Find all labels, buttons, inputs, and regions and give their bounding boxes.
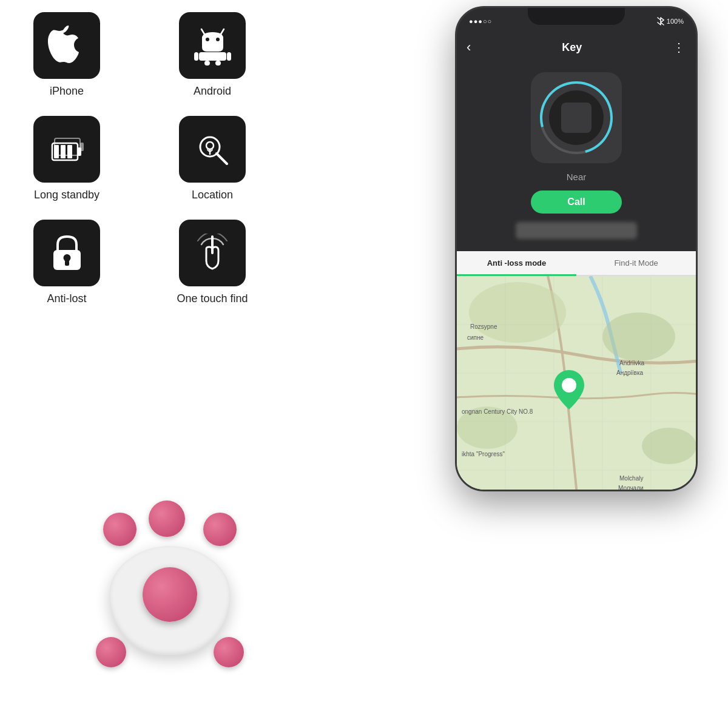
device-container	[61, 510, 279, 716]
toe-pad-lower-right	[214, 637, 244, 667]
map-label-molchaly-ua: Молчали	[618, 485, 644, 491]
svg-point-20	[206, 142, 214, 149]
phone-frame: ●●●○○ BELL 100% ‹ Key ⋮	[455, 6, 698, 491]
tabs-bar: Anti -loss mode Find-it Mode	[457, 251, 696, 276]
feature-touch: One touch find	[158, 220, 267, 305]
svg-rect-6	[199, 52, 226, 61]
battery-icon	[47, 130, 87, 169]
android-icon-box	[179, 12, 246, 79]
feature-antilost: Anti-lost	[12, 220, 121, 305]
toe-pad-center	[149, 500, 185, 537]
features-section: iPhone	[12, 12, 267, 305]
lock-icon	[50, 234, 84, 273]
main-button[interactable]	[143, 567, 197, 622]
map-label-rozsypne: Rozsypne	[470, 323, 497, 330]
toe-pad-right	[203, 513, 237, 546]
feature-location: Location	[158, 116, 267, 201]
menu-button[interactable]: ⋮	[673, 40, 686, 55]
android-icon	[193, 26, 232, 66]
tab-anti-loss[interactable]: Anti -loss mode	[457, 251, 576, 275]
svg-point-29	[642, 428, 696, 464]
feature-android: Android	[158, 12, 267, 98]
iphone-label: iPhone	[50, 85, 84, 98]
proximity-label: Near	[567, 172, 587, 182]
feature-iphone: iPhone	[12, 12, 121, 98]
battery-text: 100%	[667, 18, 684, 25]
svg-point-5	[216, 38, 220, 41]
map-label-molchaly: Molchaly	[619, 475, 643, 482]
antilost-label: Anti-lost	[47, 292, 86, 305]
apple-icon	[47, 24, 87, 67]
phone-notch	[528, 8, 625, 25]
svg-rect-17	[80, 143, 84, 151]
svg-rect-9	[204, 61, 210, 66]
svg-point-4	[206, 38, 209, 41]
map-label-progress: ikhta "Progress"	[462, 451, 505, 457]
toe-pad-lower-left	[96, 637, 126, 667]
blurred-bar	[516, 222, 637, 239]
phone-container: ●●●○○ BELL 100% ‹ Key ⋮	[443, 6, 710, 504]
iphone-icon-box	[33, 12, 100, 79]
svg-rect-7	[194, 52, 198, 61]
svg-rect-15	[67, 145, 72, 158]
svg-line-19	[217, 153, 227, 164]
touch-icon-box	[179, 220, 246, 286]
back-button[interactable]: ‹	[467, 39, 471, 55]
touch-label: One touch find	[177, 292, 248, 305]
feature-battery: Long standby	[12, 116, 121, 201]
tab-find-it[interactable]: Find-it Mode	[576, 251, 696, 275]
map-section: Rozsypne сипне Andriivka Андріївка ongna…	[457, 276, 696, 491]
antilost-icon-box	[33, 220, 100, 286]
android-label: Android	[194, 85, 231, 98]
toe-pad-left	[103, 513, 136, 546]
map-label-andriivka: Andriivka	[619, 360, 644, 366]
location-label: Location	[192, 189, 233, 201]
svg-point-38	[562, 378, 576, 393]
palm-pad	[109, 546, 231, 655]
map-label-andriivka-ua: Андріївка	[616, 369, 643, 376]
status-dots: ●●●○○	[469, 18, 492, 25]
touch-icon	[194, 234, 231, 273]
location-pin-svg	[551, 367, 587, 413]
battery-icon-box	[33, 116, 100, 183]
svg-rect-8	[227, 52, 231, 61]
paw-device	[85, 510, 255, 667]
map-pin	[551, 367, 587, 415]
proximity-ring-fill	[527, 68, 626, 167]
location-icon-box	[179, 116, 246, 183]
map-label-sypne: сипне	[467, 334, 484, 341]
app-title: Key	[562, 41, 582, 54]
svg-rect-23	[65, 260, 69, 266]
proximity-ring	[540, 81, 613, 154]
svg-rect-10	[215, 61, 221, 66]
call-button[interactable]: Call	[531, 190, 621, 214]
svg-point-26	[469, 282, 566, 343]
proximity-box	[531, 72, 622, 163]
features-grid: iPhone	[12, 12, 267, 305]
app-header: ‹ Key ⋮	[457, 35, 696, 60]
proximity-section: Near Call	[457, 60, 696, 251]
bluetooth-icon	[657, 17, 664, 25]
svg-point-27	[602, 312, 675, 361]
map-label-century: ongnan Century City NO.8	[462, 408, 533, 415]
status-battery: 100%	[657, 17, 684, 25]
location-icon	[193, 130, 232, 169]
svg-rect-14	[61, 145, 66, 158]
battery-label: Long standby	[34, 189, 99, 201]
